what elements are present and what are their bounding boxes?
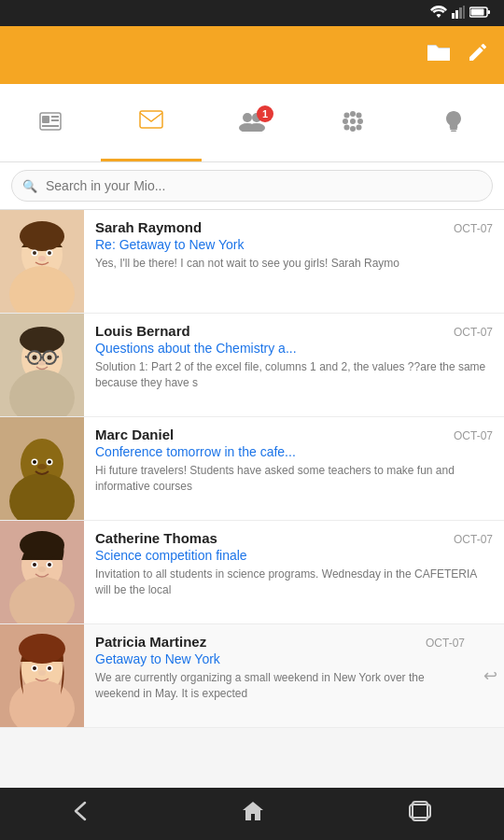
wifi-icon (430, 6, 447, 21)
svg-point-18 (343, 119, 348, 124)
svg-point-23 (350, 119, 356, 124)
svg-point-13 (243, 113, 252, 122)
svg-point-25 (357, 124, 362, 130)
email-date: OCT-07 (454, 326, 493, 339)
svg-point-19 (357, 119, 363, 124)
reply-icon: ↩ (483, 665, 497, 686)
email-item[interactable]: Louis Bernard OCT-07 Questions about the… (0, 314, 504, 417)
sender-name: Patricia Martinez (95, 634, 206, 650)
svg-rect-0 (452, 13, 455, 19)
email-header-row: Louis Bernard OCT-07 (95, 323, 493, 339)
svg-point-74 (33, 666, 36, 670)
svg-point-40 (20, 327, 64, 353)
svg-line-45 (56, 357, 59, 357)
compose-icon[interactable] (467, 41, 489, 69)
email-date: OCT-07 (454, 222, 493, 235)
svg-point-58 (37, 464, 47, 469)
svg-point-66 (48, 563, 51, 567)
tab-news[interactable] (0, 84, 101, 161)
email-preview: We are currently organizing a small week… (95, 670, 465, 702)
svg-rect-9 (51, 116, 59, 118)
email-header-row: Marc Daniel OCT-07 (95, 427, 493, 442)
svg-rect-27 (451, 130, 456, 132)
svg-point-35 (48, 251, 51, 255)
svg-rect-2 (459, 7, 462, 19)
search-input[interactable] (11, 170, 493, 202)
svg-point-24 (344, 124, 350, 130)
email-header-row: Patricia Martinez OCT-07 (95, 634, 465, 650)
svg-point-36 (38, 256, 46, 261)
bulb-icon (443, 109, 464, 139)
svg-rect-3 (463, 6, 465, 19)
email-preview: Invitation to all students in science pr… (95, 567, 493, 598)
svg-rect-10 (51, 119, 59, 121)
email-subject: Conference tomorrow in the cafe... (95, 444, 385, 459)
email-preview: Yes, I'll be there! I can not wait to se… (95, 256, 493, 272)
svg-point-62 (20, 531, 64, 559)
svg-point-50 (38, 361, 46, 366)
svg-point-22 (357, 112, 362, 118)
email-item[interactable]: Marc Daniel OCT-07 Conference tomorrow i… (0, 417, 504, 521)
svg-point-71 (19, 634, 65, 664)
svg-point-57 (48, 460, 51, 464)
tab-services[interactable] (302, 84, 403, 161)
email-item[interactable]: Catherine Thomas OCT-07 Science competit… (0, 521, 504, 624)
reply-icon-wrap: ↩ (476, 624, 504, 727)
news-icon (39, 112, 62, 136)
svg-point-65 (33, 563, 36, 567)
search-bar (0, 162, 504, 210)
svg-point-34 (33, 251, 36, 255)
avatar (0, 314, 84, 416)
svg-rect-26 (450, 128, 457, 130)
avatar (0, 417, 84, 520)
people-icon: 1 (238, 111, 266, 137)
sender-name: Catherine Thomas (95, 530, 217, 546)
sender-name: Marc Daniel (95, 427, 174, 442)
svg-point-48 (33, 356, 37, 360)
signal-icon (452, 6, 465, 21)
svg-rect-5 (471, 9, 484, 16)
avatar (0, 624, 84, 727)
email-content: Louis Bernard OCT-07 Questions about the… (84, 314, 504, 416)
tab-bar: 1 (0, 84, 504, 162)
sender-name: Louis Bernard (95, 323, 190, 339)
email-item[interactable]: Sarah Raymond OCT-07 Re: Getaway to New … (0, 210, 504, 314)
back-button[interactable] (72, 801, 98, 827)
email-header-row: Catherine Thomas OCT-07 (95, 530, 493, 546)
email-subject: Getaway to New York (95, 651, 385, 666)
tab-opinion[interactable] (403, 84, 504, 161)
email-content: Sarah Raymond OCT-07 Re: Getaway to New … (84, 210, 504, 313)
recents-button[interactable] (408, 801, 432, 827)
bottom-nav (0, 788, 504, 840)
avatar (0, 521, 84, 623)
header-actions (426, 41, 489, 69)
email-subject: Science competition finale (95, 548, 385, 563)
svg-point-20 (350, 126, 356, 132)
home-button[interactable] (241, 799, 265, 829)
email-subject: Questions about the Chemistry a... (95, 341, 385, 356)
svg-rect-12 (140, 111, 162, 128)
tab-lea[interactable]: 1 (202, 84, 302, 161)
svg-point-76 (38, 670, 46, 676)
email-item[interactable]: Patricia Martinez OCT-07 Getaway to New … (0, 624, 504, 728)
svg-line-44 (25, 357, 28, 357)
email-content: Patricia Martinez OCT-07 Getaway to New … (84, 624, 476, 727)
email-content: Marc Daniel OCT-07 Conference tomorrow i… (84, 417, 504, 520)
folder-icon[interactable] (426, 41, 452, 69)
email-header-row: Sarah Raymond OCT-07 (95, 219, 493, 235)
email-date: OCT-07 (454, 533, 493, 546)
svg-rect-11 (42, 125, 59, 127)
tab-mio[interactable] (101, 84, 202, 161)
email-date: OCT-07 (426, 637, 465, 650)
sender-name: Sarah Raymond (95, 219, 202, 235)
services-icon (341, 109, 365, 139)
email-list: Sarah Raymond OCT-07 Re: Getaway to New … (0, 210, 504, 728)
svg-rect-1 (455, 10, 458, 19)
status-bar (0, 0, 504, 26)
email-icon (139, 110, 163, 134)
status-icons (430, 6, 495, 21)
svg-rect-8 (42, 116, 49, 123)
email-preview: Hi future travelers! Students have asked… (95, 463, 493, 495)
avatar (0, 210, 84, 313)
search-wrapper (11, 170, 493, 202)
